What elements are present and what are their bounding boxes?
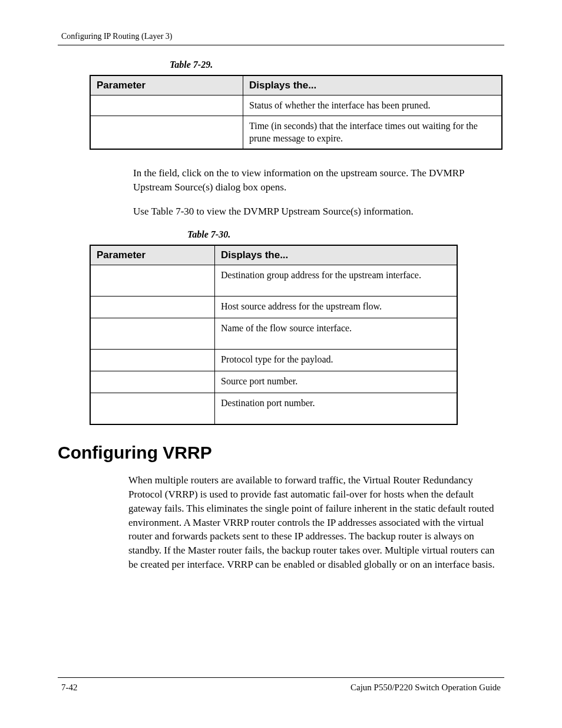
table-row: Destination port number. [90, 393, 457, 425]
paragraph-vrrp-body: When multiple routers are available to f… [128, 473, 504, 572]
table-30-caption: Table 7-30. [187, 229, 504, 240]
column-header-parameter: Parameter [90, 245, 215, 265]
cell-displays: Time (in seconds) that the interface tim… [243, 116, 503, 149]
document-title: Cajun P550/P220 Switch Operation Guide [351, 683, 501, 693]
page-number: 7-42 [61, 683, 78, 693]
table-row: Destination group address for the upstre… [90, 265, 457, 297]
cell-displays: Protocol type for the payload. [215, 350, 458, 371]
column-header-parameter: Parameter [90, 75, 243, 95]
table-30: Parameter Displays the... Destination gr… [90, 245, 458, 425]
cell-parameter [90, 265, 215, 297]
section-heading-vrrp: Configuring VRRP [58, 443, 504, 463]
header-rule [58, 45, 504, 45]
cell-displays: Source port number. [215, 371, 458, 393]
table-row: Parameter Displays the... [90, 75, 502, 95]
table-row: Status of whether the interface has been… [90, 95, 502, 116]
page: Configuring IP Routing (Layer 3) Table 7… [0, 0, 562, 728]
cell-displays: Name of the flow source interface. [215, 318, 458, 350]
table-row: Source port number. [90, 371, 457, 393]
cell-parameter [90, 393, 215, 425]
column-header-displays: Displays the... [243, 75, 503, 95]
cell-displays: Status of whether the interface has been… [243, 95, 503, 116]
cell-parameter [90, 297, 215, 318]
paragraph-upstream-instruction: In the field, click on the to view infor… [133, 166, 500, 195]
table-29-caption: Table 7-29. [170, 60, 504, 70]
cell-displays: Host source address for the upstream flo… [215, 297, 458, 318]
footer-rule [58, 677, 504, 678]
cell-displays: Destination group address for the upstre… [215, 265, 458, 297]
cell-parameter [90, 318, 215, 350]
table-row: Name of the flow source interface. [90, 318, 457, 350]
running-head: Configuring IP Routing (Layer 3) [61, 32, 504, 41]
table-row: Host source address for the upstream flo… [90, 297, 457, 318]
table-row: Time (in seconds) that the interface tim… [90, 116, 502, 149]
table-row: Parameter Displays the... [90, 245, 457, 265]
cell-parameter [90, 371, 215, 393]
table-29: Parameter Displays the... Status of whet… [90, 75, 503, 150]
table-row: Protocol type for the payload. [90, 350, 457, 371]
page-footer: 7-42 Cajun P550/P220 Switch Operation Gu… [58, 677, 504, 693]
cell-parameter [90, 116, 243, 149]
cell-parameter [90, 95, 243, 116]
cell-parameter [90, 350, 215, 371]
paragraph-table-reference: Use Table 7-30 to view the DVMRP Upstrea… [133, 205, 500, 219]
cell-displays: Destination port number. [215, 393, 458, 425]
column-header-displays: Displays the... [215, 245, 458, 265]
